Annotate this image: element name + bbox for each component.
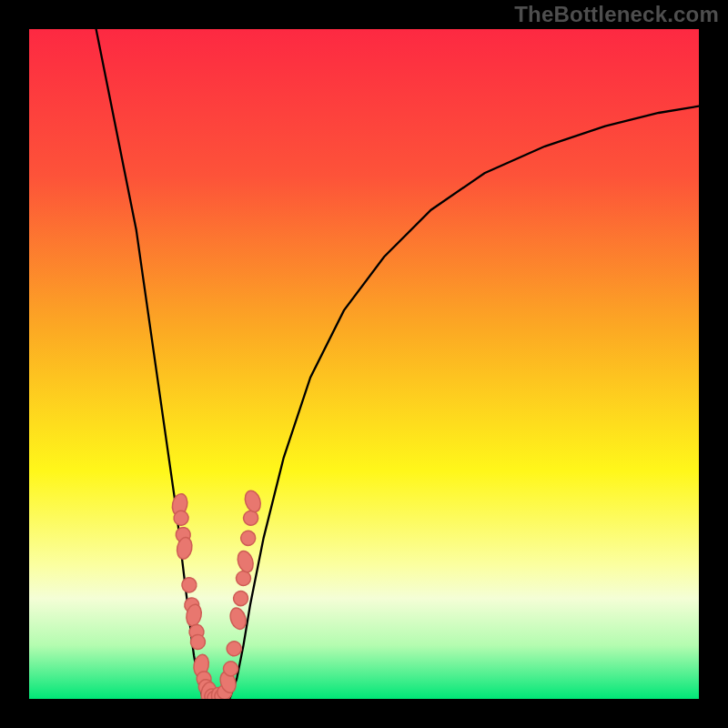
gradient-background xyxy=(29,29,699,699)
plot-svg xyxy=(29,29,699,699)
plot-area xyxy=(29,29,699,699)
watermark-label: TheBottleneck.com xyxy=(514,2,719,27)
chart-frame: TheBottleneck.com xyxy=(0,0,728,728)
